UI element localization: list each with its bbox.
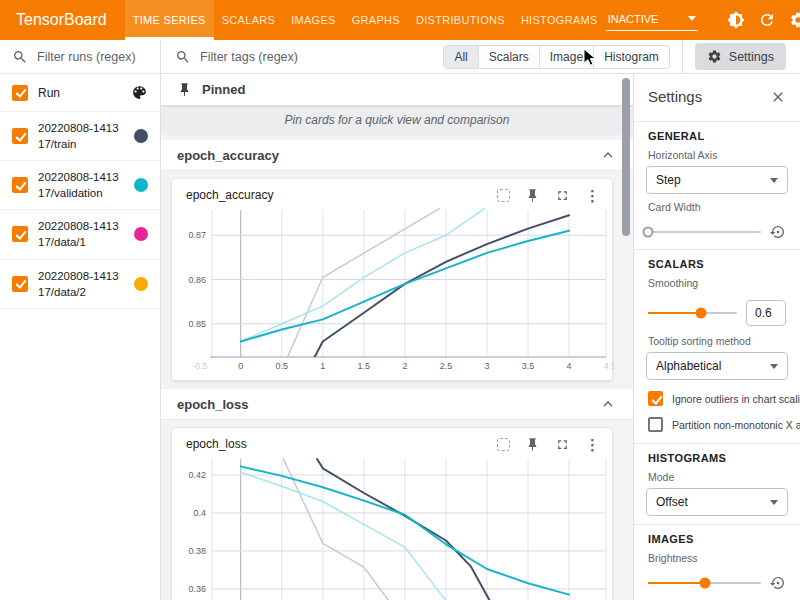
run-row-data-2[interactable]: 20220808-141317/data/2 [0, 260, 160, 309]
vertical-scrollbar[interactable] [622, 78, 630, 236]
pin-icon[interactable] [525, 188, 540, 203]
close-icon[interactable] [770, 89, 786, 105]
svg-text:1: 1 [320, 361, 325, 371]
run-color-dot [134, 178, 148, 192]
horizontal-axis-select[interactable]: Step [646, 166, 788, 194]
tags-filter-input[interactable] [200, 50, 443, 64]
slider-thumb[interactable] [643, 227, 654, 238]
ignore-outliers-option[interactable]: Ignore outliers in chart scaling [648, 391, 788, 406]
chevron-down-icon [770, 500, 778, 505]
svg-text:0.86: 0.86 [188, 275, 206, 285]
ignore-outliers-checkbox[interactable] [648, 391, 663, 406]
run-checkbox[interactable] [12, 177, 28, 193]
chevron-up-icon[interactable] [599, 146, 617, 164]
tags-toolbar: All Scalars Image Histogram Settings [161, 40, 800, 74]
tab-scalars[interactable]: SCALARS [214, 0, 283, 40]
filter-image-button[interactable]: Image [540, 46, 594, 68]
section-title: epoch_loss [177, 397, 249, 412]
reset-icon[interactable] [770, 575, 786, 591]
svg-text:0.87: 0.87 [188, 230, 206, 240]
svg-text:1.5: 1.5 [358, 361, 371, 371]
brightness-slider[interactable] [648, 582, 761, 584]
section-header-epoch-accuracy[interactable]: epoch_accuracy [161, 140, 633, 171]
svg-text:3.5: 3.5 [522, 361, 535, 371]
divider [634, 121, 800, 122]
svg-text:0.5: 0.5 [276, 361, 289, 371]
smoothing-slider[interactable] [648, 312, 737, 314]
slider-thumb[interactable] [699, 578, 710, 589]
card-title: epoch_accuracy [186, 188, 497, 202]
smoothing-label: Smoothing [648, 277, 788, 289]
pin-icon[interactable] [525, 437, 540, 452]
tab-graphs[interactable]: GRAPHS [344, 0, 408, 40]
card-header: epoch_accuracy ⋮ [172, 179, 612, 204]
pinned-title: Pinned [202, 82, 245, 97]
chevron-down-icon [688, 16, 696, 21]
section-header-epoch-loss[interactable]: epoch_loss [161, 389, 633, 420]
pin-icon [177, 82, 192, 97]
runs-column-header: Run [38, 86, 121, 100]
svg-text:0.36: 0.36 [188, 584, 206, 594]
chevron-up-icon[interactable] [599, 395, 617, 413]
filter-histogram-button[interactable]: Histogram [594, 46, 669, 68]
card-width-slider[interactable] [648, 231, 761, 233]
smoothing-value-input[interactable]: 0.6 [746, 300, 786, 326]
filter-scalars-button[interactable]: Scalars [479, 46, 540, 68]
scalars-heading: SCALARS [648, 258, 788, 270]
run-row-train[interactable]: 20220808-141317/train [0, 112, 160, 161]
card-width-label: Card Width [648, 201, 788, 213]
run-checkbox[interactable] [12, 276, 28, 292]
reset-icon[interactable] [770, 224, 786, 240]
card-title: epoch_loss [186, 437, 497, 451]
tab-distributions[interactable]: DISTRIBUTIONS [408, 0, 513, 40]
brightness-icon[interactable] [727, 11, 745, 29]
gear-icon [707, 49, 722, 64]
run-row-validation[interactable]: 20220808-141317/validation [0, 161, 160, 210]
slider-thumb[interactable] [696, 308, 707, 319]
fullscreen-icon[interactable] [555, 188, 570, 203]
tooltip-sorting-select[interactable]: Alphabetical [646, 352, 788, 380]
runs-sidebar: Run 20220808-141317/train 20220808-14131… [0, 40, 161, 600]
fit-domain-icon[interactable] [497, 438, 510, 451]
run-checkbox[interactable] [12, 128, 28, 144]
tags-filter [175, 49, 443, 65]
svg-text:2: 2 [402, 361, 407, 371]
runs-filter-input[interactable] [37, 50, 148, 64]
divider [634, 524, 800, 525]
toolbar-divider [682, 40, 683, 74]
section-title: epoch_accuracy [177, 148, 279, 163]
runs-table-header: Run [0, 74, 160, 112]
tab-images[interactable]: IMAGES [283, 0, 344, 40]
histogram-mode-label: Mode [648, 471, 788, 483]
tab-histograms[interactable]: HISTOGRAMS [513, 0, 606, 40]
tab-time-series[interactable]: TIME SERIES [125, 0, 214, 40]
more-options-icon[interactable]: ⋮ [585, 437, 600, 452]
scalar-card-epoch-accuracy: epoch_accuracy ⋮ 0.850.860.8700.511.522.… [171, 178, 613, 381]
epoch-loss-line-chart[interactable]: 0.360.380.40.4200.511.522.533.54-0.54.5 [172, 453, 614, 600]
run-color-dot [134, 129, 148, 143]
tag-type-filter-group: All Scalars Image Histogram [443, 45, 669, 69]
fit-domain-icon[interactable] [497, 189, 510, 202]
search-icon [175, 49, 191, 65]
scalar-card-epoch-loss: epoch_loss ⋮ 0.360.380.40.4200.511.522.5… [171, 427, 613, 600]
run-row-data-1[interactable]: 20220808-141317/data/1 [0, 210, 160, 259]
runs-filter [0, 40, 160, 74]
epoch-accuracy-line-chart[interactable]: 0.850.860.8700.511.522.533.54-0.54.5 [172, 204, 614, 380]
app-title: TensorBoard [16, 11, 107, 29]
pinned-section-header: Pinned [161, 74, 633, 105]
select-all-runs-checkbox[interactable] [12, 85, 28, 101]
svg-text:3: 3 [484, 361, 489, 371]
settings-button[interactable]: Settings [695, 43, 786, 70]
svg-text:0.85: 0.85 [188, 319, 206, 329]
filter-all-button[interactable]: All [444, 46, 478, 68]
fullscreen-icon[interactable] [555, 437, 570, 452]
reload-status-select[interactable]: INACTIVE [606, 10, 698, 31]
partition-x-axis-checkbox[interactable] [648, 417, 663, 432]
partition-x-axis-option[interactable]: Partition non-monotonic X axis ? [648, 417, 788, 432]
more-options-icon[interactable]: ⋮ [585, 188, 600, 203]
refresh-icon[interactable] [758, 11, 776, 29]
tooltip-sorting-label: Tooltip sorting method [648, 335, 788, 347]
run-checkbox[interactable] [12, 226, 28, 242]
gear-icon[interactable] [789, 11, 800, 29]
histogram-mode-select[interactable]: Offset [646, 488, 788, 516]
